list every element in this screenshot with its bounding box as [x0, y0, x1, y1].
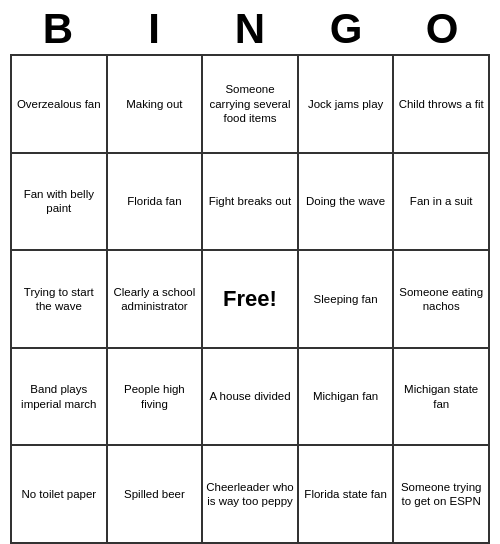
- bingo-header-letter: N: [202, 8, 298, 50]
- bingo-cell[interactable]: Overzealous fan: [12, 56, 108, 154]
- bingo-cell[interactable]: Doing the wave: [299, 154, 395, 252]
- bingo-cell[interactable]: Free!: [203, 251, 299, 349]
- bingo-cell[interactable]: Clearly a school administrator: [108, 251, 204, 349]
- bingo-cell[interactable]: People high fiving: [108, 349, 204, 447]
- bingo-cell[interactable]: Fan in a suit: [394, 154, 490, 252]
- bingo-cell[interactable]: Fight breaks out: [203, 154, 299, 252]
- bingo-cell[interactable]: A house divided: [203, 349, 299, 447]
- bingo-cell[interactable]: Someone carrying several food items: [203, 56, 299, 154]
- bingo-cell[interactable]: No toilet paper: [12, 446, 108, 544]
- bingo-cell[interactable]: Sleeping fan: [299, 251, 395, 349]
- bingo-cell[interactable]: Someone trying to get on ESPN: [394, 446, 490, 544]
- bingo-header-letter: I: [106, 8, 202, 50]
- bingo-header-letter: O: [394, 8, 490, 50]
- bingo-cell[interactable]: Jock jams play: [299, 56, 395, 154]
- bingo-cell[interactable]: Someone eating nachos: [394, 251, 490, 349]
- bingo-cell[interactable]: Florida state fan: [299, 446, 395, 544]
- bingo-cell[interactable]: Cheerleader who is way too peppy: [203, 446, 299, 544]
- bingo-header: BINGO: [10, 8, 490, 50]
- bingo-cell[interactable]: Trying to start the wave: [12, 251, 108, 349]
- bingo-cell[interactable]: Michigan state fan: [394, 349, 490, 447]
- bingo-header-letter: B: [10, 8, 106, 50]
- bingo-cell[interactable]: Spilled beer: [108, 446, 204, 544]
- bingo-cell[interactable]: Making out: [108, 56, 204, 154]
- bingo-cell[interactable]: Florida fan: [108, 154, 204, 252]
- bingo-cell[interactable]: Child throws a fit: [394, 56, 490, 154]
- bingo-header-letter: G: [298, 8, 394, 50]
- bingo-cell[interactable]: Fan with belly paint: [12, 154, 108, 252]
- bingo-cell[interactable]: Band plays imperial march: [12, 349, 108, 447]
- bingo-grid: Overzealous fanMaking outSomeone carryin…: [10, 54, 490, 544]
- bingo-cell[interactable]: Michigan fan: [299, 349, 395, 447]
